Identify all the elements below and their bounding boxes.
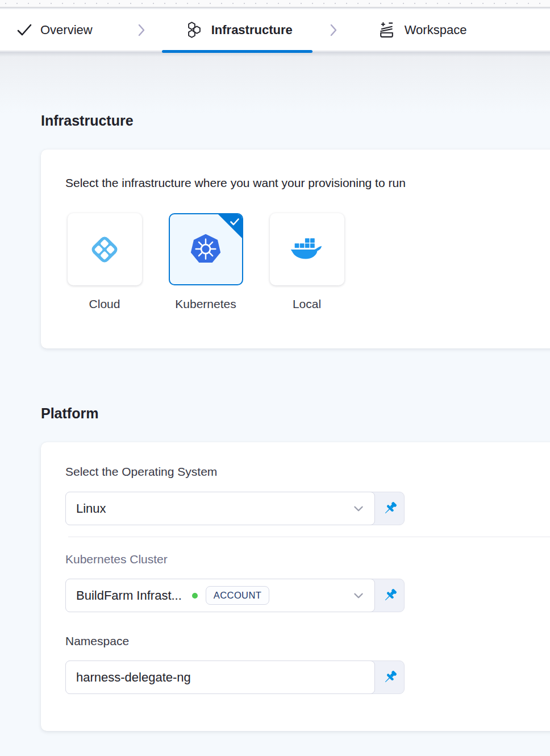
- kubernetes-tile-label: Kubernetes: [175, 297, 236, 311]
- namespace-input-group: harness-delegate-ng: [65, 661, 405, 694]
- option-kubernetes: Kubernetes: [168, 213, 243, 311]
- cluster-label: Kubernetes Cluster: [65, 553, 168, 566]
- pushpin-icon: [381, 669, 398, 686]
- scope-badge: ACCOUNT: [206, 586, 269, 605]
- cloud-icon: [87, 232, 122, 267]
- chevron-down-icon: [352, 589, 365, 603]
- cluster-select-group: BuildFarm Infrast... ACCOUNT: [65, 579, 405, 612]
- infrastructure-options: Cloud: [67, 213, 344, 311]
- infrastructure-description: Select the infrastructure where you want…: [65, 176, 406, 190]
- chevron-right-icon: [328, 23, 339, 38]
- stack-icon: [377, 20, 396, 39]
- os-select-value: Linux: [76, 501, 106, 516]
- tab-infrastructure-label: Infrastructure: [211, 23, 293, 38]
- field-divider: [68, 537, 550, 537]
- tab-overview[interactable]: Overview: [17, 9, 93, 51]
- kubernetes-tile[interactable]: [169, 213, 243, 285]
- pushpin-icon: [381, 587, 398, 604]
- cloud-tile-label: Cloud: [89, 297, 120, 311]
- cluster-select[interactable]: BuildFarm Infrast... ACCOUNT: [65, 579, 375, 612]
- infrastructure-card: Select the infrastructure where you want…: [41, 149, 550, 348]
- tab-infrastructure[interactable]: Infrastructure: [185, 9, 293, 51]
- option-local: Local: [269, 213, 344, 311]
- pushpin-icon: [381, 500, 398, 517]
- hexagons-icon: [185, 21, 203, 39]
- cluster-select-value: BuildFarm Infrast...: [76, 588, 182, 603]
- infrastructure-section-title: Infrastructure: [41, 113, 134, 129]
- tab-workspace-label: Workspace: [405, 23, 467, 38]
- local-tile[interactable]: [270, 213, 344, 285]
- os-select-group: Linux: [65, 492, 405, 525]
- namespace-pin-button[interactable]: [374, 661, 405, 694]
- chevron-right-icon: [136, 23, 147, 38]
- tab-overview-label: Overview: [40, 23, 93, 38]
- check-icon: [17, 23, 32, 38]
- provision-infrastructure-page: { "header": { "tabs": [ { "label": "Over…: [0, 0, 550, 756]
- local-tile-label: Local: [293, 297, 321, 311]
- stage-tabbar: Overview Infrastructure Workspace: [0, 9, 550, 51]
- namespace-label: Namespace: [65, 634, 129, 648]
- namespace-input-value: harness-delegate-ng: [76, 670, 191, 685]
- cloud-tile[interactable]: [68, 213, 142, 285]
- cluster-pin-button[interactable]: [374, 579, 405, 612]
- chevron-down-icon: [352, 502, 365, 516]
- os-select[interactable]: Linux: [65, 492, 375, 525]
- os-label: Select the Operating System: [65, 465, 217, 479]
- option-cloud: Cloud: [67, 213, 142, 311]
- connector-status-dot: [192, 593, 198, 599]
- namespace-input[interactable]: harness-delegate-ng: [65, 661, 375, 694]
- platform-card: Select the Operating System Linux Kubern…: [41, 442, 550, 731]
- os-pin-button[interactable]: [374, 492, 405, 525]
- tab-workspace[interactable]: Workspace: [377, 9, 467, 51]
- platform-section-title: Platform: [41, 405, 98, 422]
- selected-check-icon: [230, 218, 239, 226]
- pipeline-canvas-strip: [0, 0, 550, 8]
- docker-whale-icon: [289, 236, 324, 263]
